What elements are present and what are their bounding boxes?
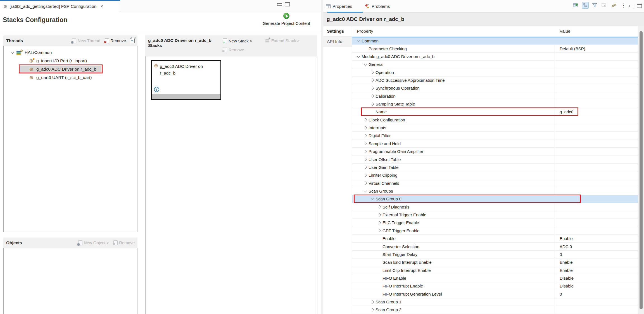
property-row[interactable]: GPT Trigger Enable — [352, 227, 638, 235]
chevron-right-icon[interactable] — [362, 182, 369, 184]
tab-fsp-configuration[interactable]: ⚙ [ra6t2_adc_gettingstarted] FSP Configu… — [0, 0, 120, 12]
tree-item[interactable]: ⚙HAL/Common — [4, 48, 137, 57]
chevron-down-icon[interactable] — [9, 52, 16, 53]
tree-item[interactable]: ⊕g_uart0 UART (r_sci_b_uart) — [4, 73, 137, 82]
property-row[interactable]: User Offset Table — [352, 155, 638, 163]
property-value[interactable]: 0 — [560, 290, 562, 298]
property-row[interactable]: Nameg_adc0 — [352, 108, 638, 116]
property-row[interactable]: Self Diagnosis — [352, 203, 638, 211]
chevron-right-icon[interactable] — [369, 103, 376, 105]
property-row[interactable]: Calibration — [352, 92, 638, 100]
property-row[interactable]: ADC Successive Approximation Time — [352, 76, 638, 84]
column-header-value[interactable]: Value — [560, 29, 571, 34]
tab-properties[interactable]: Properties — [326, 0, 352, 13]
scrollbar-thumb[interactable] — [640, 31, 643, 309]
chevron-right-icon[interactable] — [362, 119, 369, 121]
minimize-properties-button[interactable] — [629, 5, 634, 7]
chevron-right-icon[interactable] — [376, 229, 382, 232]
chevron-right-icon[interactable] — [369, 87, 376, 89]
property-row[interactable]: Limiter Clipping — [352, 171, 638, 179]
property-value[interactable]: Default (BSP) — [560, 45, 585, 52]
remove-object-button[interactable]: ✖ Remove — [113, 240, 135, 245]
property-row[interactable]: Digital Filter — [352, 132, 638, 140]
collapse-all-icon[interactable] — [130, 38, 135, 43]
show-advanced-pen-icon[interactable] — [610, 2, 617, 9]
property-row[interactable]: Clock Configuration — [352, 116, 638, 124]
filter-icon[interactable] — [591, 2, 598, 9]
property-row[interactable]: EnableEnable — [352, 235, 638, 243]
tree-item[interactable]: ⊕g_ioport I/O Port (r_ioport) — [4, 57, 137, 65]
property-value[interactable]: ADC 0 — [560, 243, 572, 250]
property-row[interactable]: Sampling State Table — [352, 100, 638, 108]
chevron-down-icon[interactable] — [355, 56, 362, 57]
side-tab-settings[interactable]: Settings — [323, 26, 352, 37]
objects-list[interactable] — [3, 248, 137, 314]
property-row[interactable]: Converter SelectionADC 0 — [352, 243, 638, 250]
chevron-right-icon[interactable] — [369, 71, 376, 73]
stacks-canvas[interactable]: ⊕ g_adc0 ADC Driver on r_adc_b i — [145, 56, 317, 314]
chevron-right-icon[interactable] — [362, 174, 369, 176]
property-row[interactable]: Virtual Channels — [352, 179, 638, 187]
property-row[interactable]: Synchronous Operation — [352, 84, 638, 92]
view-menu-icon[interactable]: ⋮ — [620, 2, 627, 9]
property-row[interactable]: Parameter CheckingDefault (BSP) — [352, 45, 638, 52]
minimize-editor-button[interactable] — [277, 3, 282, 6]
property-row[interactable]: User Gain Table — [352, 164, 638, 171]
chevron-right-icon[interactable] — [369, 79, 376, 81]
property-value[interactable]: Enable — [560, 258, 573, 266]
new-object-button[interactable]: New Object > — [78, 240, 109, 245]
extend-stack-button[interactable]: Extend Stack > — [265, 38, 300, 43]
new-stack-button[interactable]: ＋ New Stack > — [223, 38, 252, 43]
property-row[interactable]: General — [352, 61, 638, 68]
property-value[interactable]: Enable — [560, 266, 573, 274]
column-header-property[interactable]: Property — [357, 29, 373, 34]
restore-defaults-icon[interactable] — [601, 2, 608, 9]
property-row[interactable]: Sample and Hold — [352, 140, 638, 148]
property-row[interactable]: Operation — [352, 68, 638, 76]
chevron-right-icon[interactable] — [376, 222, 382, 224]
new-thread-button[interactable]: New Thread — [72, 38, 100, 43]
side-tab-api-info[interactable]: API Info — [323, 37, 352, 47]
chevron-down-icon[interactable] — [369, 198, 376, 200]
property-row[interactable]: ELC Trigger Enable — [352, 219, 638, 227]
property-row[interactable]: Programmable Gain Amplifier — [352, 148, 638, 155]
tab-problems[interactable]: Problems — [365, 0, 390, 13]
property-row[interactable]: Start Trigger Delay0 — [352, 251, 638, 258]
property-row[interactable]: External Trigger Enable — [352, 211, 638, 219]
property-row[interactable]: FIFO Interrupt EnableDisable — [352, 282, 638, 290]
chevron-down-icon[interactable] — [362, 64, 369, 65]
chevron-right-icon[interactable] — [362, 158, 369, 160]
close-tab-icon[interactable]: × — [100, 4, 103, 9]
remove-thread-button[interactable]: ✖ Remove — [105, 38, 126, 43]
property-row[interactable]: Module g_adc0 ADC Driver on r_adc_b — [352, 53, 638, 61]
pin-view-icon[interactable] — [572, 2, 579, 9]
chevron-right-icon[interactable] — [376, 214, 382, 216]
property-value[interactable]: Disable — [560, 274, 574, 282]
property-row[interactable]: Scan Groups — [352, 187, 638, 195]
property-value[interactable]: g_adc0 — [560, 108, 573, 116]
vertical-sash[interactable] — [321, 0, 323, 314]
chevron-right-icon[interactable] — [376, 206, 382, 208]
property-row[interactable]: Common — [352, 37, 638, 45]
property-row[interactable]: FIFO Interrupt Generation Level0 — [352, 290, 638, 298]
chevron-down-icon[interactable] — [355, 40, 362, 42]
vertical-scrollbar[interactable] — [638, 26, 644, 314]
tree-item[interactable]: ⊕g_adc0 ADC Driver on r_adc_b — [4, 65, 137, 73]
property-value[interactable]: 0 — [560, 251, 562, 258]
chevron-right-icon[interactable] — [362, 166, 369, 168]
property-value[interactable]: Disable — [560, 282, 574, 290]
chevron-right-icon[interactable] — [369, 95, 376, 97]
property-row[interactable]: Scan Group 0 — [352, 195, 638, 203]
generate-project-content-button[interactable]: Generate Project Content — [253, 13, 320, 26]
stack-module-card[interactable]: ⊕ g_adc0 ADC Driver on r_adc_b i — [151, 60, 221, 100]
chevron-right-icon[interactable] — [362, 135, 369, 137]
property-row[interactable]: Scan Group 2 — [352, 306, 638, 314]
property-row[interactable]: Scan Group 1 — [352, 298, 638, 306]
property-row[interactable]: FIFO EnableDisable — [352, 274, 638, 282]
chevron-right-icon[interactable] — [362, 127, 369, 129]
maximize-properties-button[interactable] — [637, 4, 642, 8]
property-row[interactable]: Limit Clip Interrupt EnableEnable — [352, 266, 638, 274]
remove-stack-button[interactable]: ✖ Remove — [223, 47, 244, 52]
property-row[interactable]: Interrupts — [352, 124, 638, 132]
property-value[interactable]: Enable — [560, 235, 573, 242]
